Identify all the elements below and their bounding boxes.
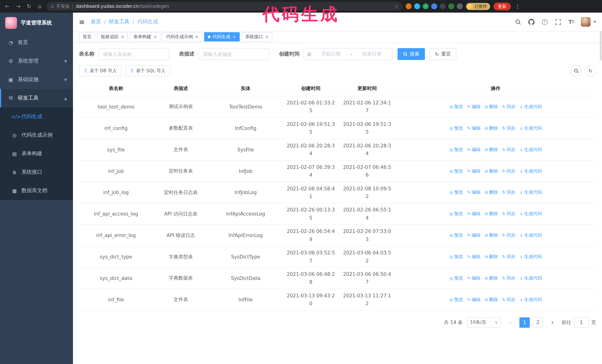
row-action-生成代码[interactable]: ↓生成代码 (520, 232, 542, 239)
url-text[interactable]: dashboard.yudao.iocoder.cn/tool/codegen (76, 4, 391, 9)
close-icon[interactable]: × (195, 34, 198, 39)
page-size-select[interactable]: 10条/页 ▼ (467, 317, 501, 328)
row-action-预览[interactable]: ◎预览 (450, 104, 463, 110)
row-action-预览[interactable]: ◎预览 (450, 232, 463, 239)
row-action-编辑[interactable]: ✎编辑 (467, 168, 481, 174)
row-action-生成代码[interactable]: ↓生成代码 (520, 125, 542, 131)
row-action-预览[interactable]: ◎预览 (450, 254, 463, 260)
row-action-删除[interactable]: ⊖删除 (484, 211, 498, 217)
breadcrumb-home[interactable]: 首页 (91, 19, 101, 25)
row-action-编辑[interactable]: ✎编辑 (467, 104, 481, 110)
user-avatar[interactable] (581, 17, 591, 27)
back-icon[interactable]: ← (4, 3, 11, 10)
row-action-同步[interactable]: ↻同步 (502, 211, 516, 217)
extension-dark[interactable] (440, 3, 446, 9)
tab-代码生成示例[interactable]: 代码生成示例× (162, 32, 202, 42)
row-action-预览[interactable]: ◎预览 (450, 297, 463, 303)
import-db-button[interactable]: ↥ 基于 DB 导入 (79, 65, 121, 76)
profile-paused-badge[interactable]: 已暂停 (466, 3, 490, 10)
row-action-同步[interactable]: ↻同步 (502, 189, 516, 196)
goto-page-input[interactable] (574, 317, 589, 328)
row-action-预览[interactable]: ◎预览 (450, 211, 463, 217)
row-action-删除[interactable]: ⊖删除 (484, 297, 498, 303)
prev-page-button[interactable]: ‹ (505, 317, 515, 328)
row-action-同步[interactable]: ↻同步 (502, 232, 516, 239)
row-action-编辑[interactable]: ✎编辑 (467, 125, 481, 131)
tab-代码生成[interactable]: 代码生成× (204, 32, 239, 42)
chrome-update-button[interactable]: 更新 (494, 2, 511, 10)
row-action-删除[interactable]: ⊖删除 (484, 275, 498, 281)
fullscreen-icon[interactable] (554, 18, 562, 26)
row-action-生成代码[interactable]: ↓生成代码 (520, 211, 542, 217)
sidebar-item-基础设施[interactable]: ▣基础设施▼ (0, 70, 73, 89)
row-action-编辑[interactable]: ✎编辑 (467, 146, 481, 153)
extension-orange[interactable] (406, 3, 412, 9)
extension-green-check[interactable]: ✓ (423, 3, 429, 9)
next-page-button[interactable]: › (547, 317, 558, 328)
page-1[interactable]: 1 (519, 317, 530, 328)
app-logo[interactable]: 芋道管理系统 (0, 13, 73, 33)
row-action-预览[interactable]: ◎预览 (450, 168, 463, 174)
page-2[interactable]: 2 (533, 317, 543, 328)
address-bar[interactable]: ⚠ 不安全 dashboard.yudao.iocoder.cn/tool/co… (47, 2, 402, 11)
row-action-预览[interactable]: ◎预览 (450, 189, 463, 196)
row-action-同步[interactable]: ↻同步 (502, 146, 516, 153)
help-icon[interactable]: ? (541, 18, 548, 26)
submenu-item-代码生成示例[interactable]: ◎代码生成示例 (0, 126, 73, 145)
row-action-同步[interactable]: ↻同步 (502, 275, 516, 281)
row-action-删除[interactable]: ⊖删除 (484, 189, 498, 196)
sidebar-item-首页[interactable]: ◔首页 (0, 33, 73, 52)
submenu-item-系统接口[interactable]: ≣系统接口 (0, 163, 73, 181)
row-action-删除[interactable]: ⊖删除 (484, 232, 498, 239)
extension-puzzle[interactable] (457, 3, 463, 9)
extension-people[interactable] (431, 3, 437, 9)
tab-表单构建[interactable]: 表单构建× (130, 32, 161, 42)
row-action-生成代码[interactable]: ↓生成代码 (520, 146, 542, 153)
table-desc-input[interactable] (198, 48, 269, 60)
sidebar-item-系统管理[interactable]: ⚙系统管理▼ (0, 52, 73, 70)
search-button[interactable]: 搜索 (398, 48, 425, 60)
row-action-删除[interactable]: ⊖删除 (484, 104, 498, 110)
row-action-生成代码[interactable]: ↓生成代码 (520, 297, 542, 303)
extension-blue-drop[interactable] (414, 3, 420, 9)
close-icon[interactable]: × (265, 34, 269, 39)
chrome-menu-icon[interactable]: ⋮ (514, 3, 521, 9)
extension-leaf[interactable] (448, 3, 454, 9)
font-size-icon[interactable]: TT (568, 18, 575, 26)
sidebar-item-研发工具[interactable]: ⚒研发工具▲ (0, 89, 73, 107)
close-icon[interactable]: × (153, 34, 157, 39)
bookmark-star-icon[interactable]: ☆ (394, 3, 399, 9)
submenu-item-表单构建[interactable]: ▤表单构建 (0, 145, 73, 163)
github-icon[interactable] (527, 18, 535, 26)
row-action-编辑[interactable]: ✎编辑 (467, 189, 481, 196)
avatar-caret-icon[interactable]: ▼ (593, 20, 596, 24)
reload-icon[interactable]: ↻ (25, 3, 32, 10)
row-action-同步[interactable]: ↻同步 (502, 125, 516, 131)
row-action-预览[interactable]: ◎预览 (450, 125, 463, 131)
search-icon[interactable] (514, 18, 522, 26)
breadcrumb-tools[interactable]: 研发工具 (109, 19, 129, 25)
row-action-生成代码[interactable]: ↓生成代码 (520, 275, 542, 281)
row-action-编辑[interactable]: ✎编辑 (467, 232, 481, 239)
row-action-同步[interactable]: ↻同步 (502, 168, 516, 174)
refresh-table-button[interactable]: ↻ (585, 65, 596, 76)
import-sql-button[interactable]: ↥ 基于 SQL 导入 (125, 65, 170, 76)
home-icon[interactable]: ⌂ (36, 3, 43, 10)
row-action-删除[interactable]: ⊖删除 (484, 125, 498, 131)
row-action-预览[interactable]: ◎预览 (450, 275, 463, 281)
row-action-生成代码[interactable]: ↓生成代码 (520, 254, 542, 260)
create-time-range-picker[interactable]: ▦ 开始日期 - 结束日期 (303, 48, 393, 60)
row-action-生成代码[interactable]: ↓生成代码 (520, 104, 542, 110)
collapse-sidebar-icon[interactable]: ≡ (79, 18, 85, 26)
tab-系统接口[interactable]: 系统接口× (242, 32, 272, 42)
row-action-删除[interactable]: ⊖删除 (484, 254, 498, 260)
toggle-search-button[interactable] (570, 65, 582, 76)
row-action-删除[interactable]: ⊖删除 (484, 168, 498, 174)
row-action-编辑[interactable]: ✎编辑 (467, 254, 481, 260)
row-action-预览[interactable]: ◎预览 (450, 146, 463, 153)
tab-链路追踪[interactable]: 链路追踪× (97, 32, 128, 42)
row-action-同步[interactable]: ↻同步 (502, 297, 516, 303)
row-action-同步[interactable]: ↻同步 (502, 104, 516, 110)
submenu-item-代码生成[interactable]: </>代码生成 (0, 107, 73, 126)
table-name-input[interactable] (98, 48, 169, 60)
